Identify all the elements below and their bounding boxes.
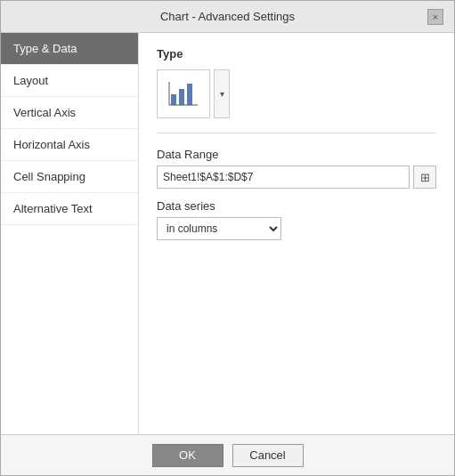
main-content: Type ▾: [139, 33, 454, 434]
cancel-button[interactable]: Cancel: [232, 444, 304, 467]
dialog-window: Chart - Advanced Settings × Type & Data …: [0, 0, 455, 476]
data-series-label: Data series: [157, 199, 436, 213]
sidebar-item-layout[interactable]: Layout: [1, 65, 138, 97]
ok-button[interactable]: OK: [152, 444, 223, 467]
sidebar-item-type-data[interactable]: Type & Data: [1, 33, 138, 65]
svg-rect-1: [179, 89, 184, 105]
dialog-header: Chart - Advanced Settings ×: [1, 1, 454, 33]
data-series-select[interactable]: in columns in rows: [157, 217, 281, 240]
sidebar-item-alternative-text[interactable]: Alternative Text: [1, 193, 138, 225]
chart-type-dropdown-arrow[interactable]: ▾: [214, 69, 230, 118]
data-range-row: ⊞: [157, 165, 436, 189]
svg-rect-2: [187, 84, 192, 105]
sidebar: Type & Data Layout Vertical Axis Horizon…: [1, 33, 139, 434]
dialog-body: Type & Data Layout Vertical Axis Horizon…: [1, 33, 454, 434]
bar-chart-icon: [167, 78, 199, 110]
type-section: Type ▾: [157, 47, 436, 133]
close-button[interactable]: ×: [427, 9, 443, 25]
svg-rect-0: [171, 94, 176, 105]
chart-type-icon-box[interactable]: [157, 69, 210, 118]
sidebar-item-vertical-axis[interactable]: Vertical Axis: [1, 97, 138, 129]
data-range-input[interactable]: [157, 165, 410, 189]
data-range-label: Data Range: [157, 148, 436, 161]
sidebar-item-horizontal-axis[interactable]: Horizontal Axis: [1, 129, 138, 161]
chart-type-selector: ▾: [157, 69, 436, 118]
dialog-title: Chart - Advanced Settings: [28, 10, 427, 23]
data-range-section: Data Range ⊞ Data series in columns in r…: [157, 148, 436, 240]
sidebar-item-cell-snapping[interactable]: Cell Snapping: [1, 161, 138, 193]
type-section-title: Type: [157, 47, 436, 61]
range-picker-button[interactable]: ⊞: [413, 165, 436, 189]
dialog-footer: OK Cancel: [1, 434, 454, 475]
